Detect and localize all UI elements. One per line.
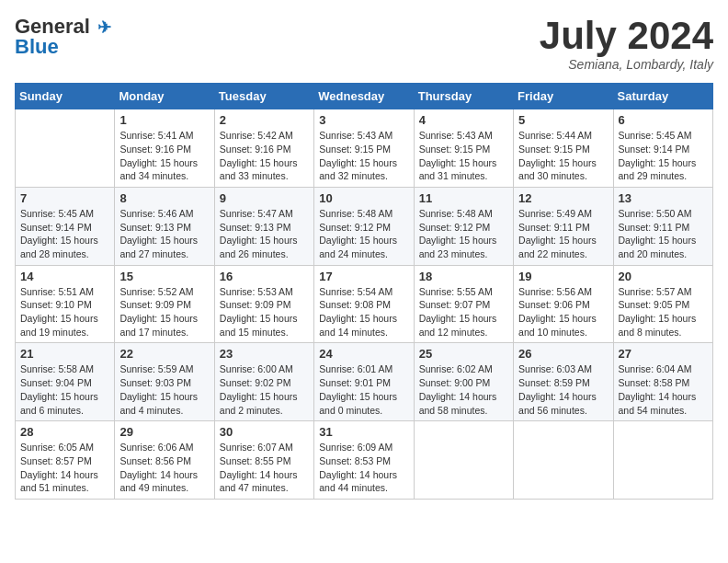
calendar-cell: 17Sunrise: 5:54 AM Sunset: 9:08 PM Dayli… <box>314 265 414 343</box>
weekday-header-wednesday: Wednesday <box>314 84 414 109</box>
day-number: 8 <box>119 191 209 205</box>
calendar-cell: 4Sunrise: 5:43 AM Sunset: 9:15 PM Daylig… <box>414 109 513 188</box>
day-info: Sunrise: 6:09 AM Sunset: 8:53 PM Dayligh… <box>319 441 408 495</box>
day-number: 25 <box>419 347 508 361</box>
day-number: 16 <box>220 270 309 283</box>
day-info: Sunrise: 5:42 AM Sunset: 9:16 PM Dayligh… <box>220 129 309 183</box>
logo-blue: Blue <box>15 35 59 59</box>
day-number: 12 <box>518 191 608 205</box>
calendar-cell: 9Sunrise: 5:47 AM Sunset: 9:13 PM Daylig… <box>214 187 313 265</box>
day-number: 29 <box>119 425 209 439</box>
day-number: 10 <box>319 191 408 205</box>
calendar-cell: 27Sunrise: 6:04 AM Sunset: 8:58 PM Dayli… <box>613 343 712 421</box>
weekday-header-saturday: Saturday <box>613 84 712 109</box>
calendar-cell: 2Sunrise: 5:42 AM Sunset: 9:16 PM Daylig… <box>214 109 313 188</box>
day-info: Sunrise: 5:52 AM Sunset: 9:09 PM Dayligh… <box>119 285 209 339</box>
day-info: Sunrise: 6:05 AM Sunset: 8:57 PM Dayligh… <box>20 441 109 495</box>
page-header: General ✈ Blue July 2024 Semiana, Lombar… <box>15 15 713 72</box>
day-number: 22 <box>119 347 209 361</box>
calendar-cell <box>16 109 115 188</box>
calendar-cell <box>414 421 513 500</box>
calendar-cell: 24Sunrise: 6:01 AM Sunset: 9:01 PM Dayli… <box>314 343 414 421</box>
day-number: 4 <box>419 113 508 127</box>
day-info: Sunrise: 6:00 AM Sunset: 9:02 PM Dayligh… <box>220 362 309 417</box>
day-number: 26 <box>518 347 608 361</box>
day-number: 30 <box>220 425 309 439</box>
weekday-header-monday: Monday <box>115 84 214 109</box>
title-block: July 2024 Semiana, Lombardy, Italy <box>540 15 713 72</box>
day-info: Sunrise: 5:48 AM Sunset: 9:12 PM Dayligh… <box>319 207 408 261</box>
day-info: Sunrise: 5:43 AM Sunset: 9:15 PM Dayligh… <box>319 129 408 183</box>
calendar-cell: 14Sunrise: 5:51 AM Sunset: 9:10 PM Dayli… <box>16 265 115 343</box>
calendar-cell: 7Sunrise: 5:45 AM Sunset: 9:14 PM Daylig… <box>16 187 115 265</box>
day-number: 13 <box>619 191 708 205</box>
calendar-cell: 21Sunrise: 5:58 AM Sunset: 9:04 PM Dayli… <box>16 343 115 421</box>
day-number: 6 <box>619 113 708 127</box>
calendar-cell: 30Sunrise: 6:07 AM Sunset: 8:55 PM Dayli… <box>214 421 313 500</box>
calendar-cell: 3Sunrise: 5:43 AM Sunset: 9:15 PM Daylig… <box>314 109 414 188</box>
day-info: Sunrise: 5:47 AM Sunset: 9:13 PM Dayligh… <box>220 207 309 261</box>
calendar-week-5: 28Sunrise: 6:05 AM Sunset: 8:57 PM Dayli… <box>16 421 713 500</box>
day-info: Sunrise: 5:54 AM Sunset: 9:08 PM Dayligh… <box>319 285 408 339</box>
calendar-cell: 19Sunrise: 5:56 AM Sunset: 9:06 PM Dayli… <box>514 265 613 343</box>
calendar-cell: 10Sunrise: 5:48 AM Sunset: 9:12 PM Dayli… <box>314 187 414 265</box>
calendar-cell: 11Sunrise: 5:48 AM Sunset: 9:12 PM Dayli… <box>414 187 513 265</box>
logo: General ✈ Blue <box>15 15 111 59</box>
day-info: Sunrise: 5:50 AM Sunset: 9:11 PM Dayligh… <box>619 207 708 261</box>
calendar-cell: 25Sunrise: 6:02 AM Sunset: 9:00 PM Dayli… <box>414 343 513 421</box>
calendar-cell: 5Sunrise: 5:44 AM Sunset: 9:15 PM Daylig… <box>514 109 613 188</box>
location: Semiana, Lombardy, Italy <box>540 57 713 72</box>
calendar-cell: 8Sunrise: 5:46 AM Sunset: 9:13 PM Daylig… <box>115 187 214 265</box>
calendar-cell <box>613 421 712 500</box>
day-number: 31 <box>319 425 408 439</box>
day-info: Sunrise: 6:02 AM Sunset: 9:00 PM Dayligh… <box>419 362 508 417</box>
calendar-cell: 31Sunrise: 6:09 AM Sunset: 8:53 PM Dayli… <box>314 421 414 500</box>
day-info: Sunrise: 5:53 AM Sunset: 9:09 PM Dayligh… <box>220 285 309 339</box>
day-info: Sunrise: 6:06 AM Sunset: 8:56 PM Dayligh… <box>119 441 209 495</box>
calendar-cell: 18Sunrise: 5:55 AM Sunset: 9:07 PM Dayli… <box>414 265 513 343</box>
day-number: 2 <box>220 113 309 127</box>
day-number: 3 <box>319 113 408 127</box>
day-number: 19 <box>518 270 608 283</box>
calendar-week-4: 21Sunrise: 5:58 AM Sunset: 9:04 PM Dayli… <box>16 343 713 421</box>
calendar-week-1: 1Sunrise: 5:41 AM Sunset: 9:16 PM Daylig… <box>16 109 713 188</box>
day-info: Sunrise: 5:55 AM Sunset: 9:07 PM Dayligh… <box>419 285 508 339</box>
weekday-header-friday: Friday <box>514 84 613 109</box>
day-number: 27 <box>619 347 708 361</box>
weekday-header-thursday: Thursday <box>414 84 513 109</box>
calendar-cell: 12Sunrise: 5:49 AM Sunset: 9:11 PM Dayli… <box>514 187 613 265</box>
calendar-cell: 22Sunrise: 5:59 AM Sunset: 9:03 PM Dayli… <box>115 343 214 421</box>
weekday-header-row: SundayMondayTuesdayWednesdayThursdayFrid… <box>16 84 713 109</box>
day-number: 11 <box>419 191 508 205</box>
day-info: Sunrise: 5:59 AM Sunset: 9:03 PM Dayligh… <box>119 362 209 417</box>
calendar-table: SundayMondayTuesdayWednesdayThursdayFrid… <box>15 83 713 500</box>
day-number: 14 <box>20 270 109 283</box>
calendar-cell: 1Sunrise: 5:41 AM Sunset: 9:16 PM Daylig… <box>115 109 214 188</box>
day-number: 23 <box>220 347 309 361</box>
weekday-header-sunday: Sunday <box>16 84 115 109</box>
day-info: Sunrise: 5:56 AM Sunset: 9:06 PM Dayligh… <box>518 285 608 339</box>
calendar-cell: 23Sunrise: 6:00 AM Sunset: 9:02 PM Dayli… <box>214 343 313 421</box>
weekday-header-tuesday: Tuesday <box>214 84 313 109</box>
day-info: Sunrise: 5:48 AM Sunset: 9:12 PM Dayligh… <box>419 207 508 261</box>
day-number: 7 <box>20 191 109 205</box>
calendar-week-3: 14Sunrise: 5:51 AM Sunset: 9:10 PM Dayli… <box>16 265 713 343</box>
day-info: Sunrise: 5:45 AM Sunset: 9:14 PM Dayligh… <box>20 207 109 261</box>
day-info: Sunrise: 5:46 AM Sunset: 9:13 PM Dayligh… <box>119 207 209 261</box>
day-number: 1 <box>119 113 209 127</box>
calendar-cell <box>514 421 613 500</box>
calendar-cell: 13Sunrise: 5:50 AM Sunset: 9:11 PM Dayli… <box>613 187 712 265</box>
day-info: Sunrise: 6:01 AM Sunset: 9:01 PM Dayligh… <box>319 362 408 417</box>
calendar-cell: 29Sunrise: 6:06 AM Sunset: 8:56 PM Dayli… <box>115 421 214 500</box>
calendar-cell: 15Sunrise: 5:52 AM Sunset: 9:09 PM Dayli… <box>115 265 214 343</box>
day-info: Sunrise: 5:43 AM Sunset: 9:15 PM Dayligh… <box>419 129 508 183</box>
day-number: 20 <box>619 270 708 283</box>
day-info: Sunrise: 5:58 AM Sunset: 9:04 PM Dayligh… <box>20 362 109 417</box>
day-info: Sunrise: 6:03 AM Sunset: 8:59 PM Dayligh… <box>518 362 608 417</box>
day-info: Sunrise: 5:41 AM Sunset: 9:16 PM Dayligh… <box>119 129 209 183</box>
day-info: Sunrise: 5:57 AM Sunset: 9:05 PM Dayligh… <box>619 285 708 339</box>
calendar-cell: 6Sunrise: 5:45 AM Sunset: 9:14 PM Daylig… <box>613 109 712 188</box>
day-number: 24 <box>319 347 408 361</box>
calendar-cell: 20Sunrise: 5:57 AM Sunset: 9:05 PM Dayli… <box>613 265 712 343</box>
day-number: 15 <box>119 270 209 283</box>
